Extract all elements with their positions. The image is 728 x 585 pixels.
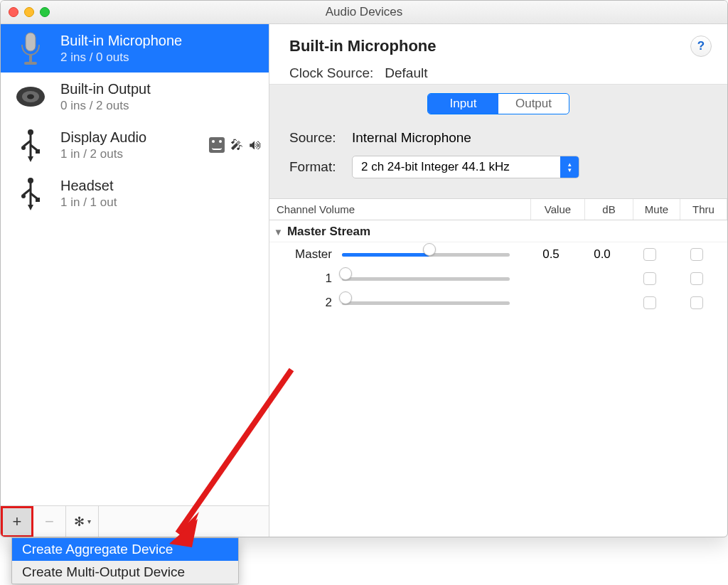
device-io-summary: 1 in / 1 out — [60, 195, 262, 210]
sidebar-toolbar: + − ✻ — [1, 505, 269, 537]
zoom-window-button[interactable] — [40, 7, 50, 17]
col-db[interactable]: dB — [585, 199, 633, 220]
window-body: Built-in Microphone 2 ins / 0 outs Built… — [1, 24, 727, 537]
audio-devices-window: Audio Devices Built-in Microphone — [0, 0, 728, 537]
mute-checkbox[interactable] — [643, 272, 656, 285]
thru-checkbox[interactable] — [690, 272, 703, 285]
channel-label: 1 — [269, 272, 342, 286]
window-traffic-lights — [9, 7, 50, 17]
usb-icon — [11, 173, 50, 213]
mic-glyph-icon: 🎤︎ — [230, 138, 243, 153]
mute-checkbox[interactable] — [643, 248, 656, 261]
svg-rect-0 — [26, 33, 36, 51]
volume-row-1: 1 — [269, 267, 727, 291]
col-channel[interactable]: Channel Volume — [269, 199, 531, 220]
clock-source-label: Clock Source: — [289, 65, 373, 81]
detail-pane: Built-in Microphone ? Clock Source: Defa… — [269, 24, 727, 537]
channel-label: 2 — [269, 296, 342, 310]
volume-slider-master[interactable] — [342, 248, 524, 261]
help-button[interactable]: ? — [690, 36, 712, 57]
menu-item-create-aggregate[interactable]: Create Aggregate Device — [12, 538, 238, 561]
svg-rect-1 — [29, 55, 32, 62]
minimize-window-button[interactable] — [24, 7, 34, 17]
svg-point-10 — [21, 194, 26, 198]
remove-device-button[interactable]: − — [33, 506, 66, 537]
device-name: Headset — [60, 177, 262, 194]
add-device-button[interactable]: + — [1, 506, 33, 537]
format-label: Format: — [289, 159, 352, 175]
svg-rect-11 — [36, 198, 40, 202]
master-stream-row[interactable]: ▼ Master Stream — [269, 220, 727, 242]
volume-db: 0.0 — [578, 247, 626, 262]
volume-slider-1[interactable] — [342, 272, 524, 285]
source-label: Source: — [289, 130, 352, 146]
microphone-icon — [11, 28, 50, 68]
disclosure-triangle-icon[interactable]: ▼ — [274, 227, 283, 237]
device-item-built-in-microphone[interactable]: Built-in Microphone 2 ins / 0 outs — [1, 24, 269, 73]
menu-item-create-multi-output[interactable]: Create Multi-Output Device — [12, 561, 238, 584]
close-window-button[interactable] — [9, 7, 18, 17]
titlebar[interactable]: Audio Devices — [1, 1, 727, 24]
source-value: Internal Microphone — [352, 130, 471, 146]
device-name: Built-in Microphone — [60, 32, 262, 49]
device-item-built-in-output[interactable]: Built-in Output 0 ins / 2 outs — [1, 73, 269, 121]
device-io-summary: 0 ins / 2 outs — [60, 99, 262, 113]
select-arrows-icon — [560, 156, 579, 178]
device-name: Built-in Output — [60, 80, 262, 97]
add-device-menu: Create Aggregate Device Create Multi-Out… — [11, 537, 239, 584]
svg-rect-8 — [36, 149, 40, 154]
volume-slider-2[interactable] — [342, 296, 524, 309]
volume-row-2: 2 — [269, 291, 727, 315]
device-list: Built-in Microphone 2 ins / 0 outs Built… — [1, 24, 269, 505]
device-io-summary: 2 ins / 0 outs — [60, 50, 262, 65]
speaker-icon — [11, 77, 50, 117]
device-name: Display Audio — [60, 129, 199, 146]
detail-title: Built-in Microphone — [289, 37, 710, 55]
mute-checkbox[interactable] — [643, 296, 656, 309]
clock-source-value: Default — [385, 65, 427, 81]
usb-icon — [11, 125, 50, 165]
device-item-headset[interactable]: Headset 1 in / 1 out — [1, 169, 269, 218]
format-value: 2 ch 24-bit Integer 44.1 kHz — [361, 160, 510, 174]
volume-value: 0.5 — [524, 247, 578, 262]
volume-row-master: Master 0.5 0.0 — [269, 242, 727, 267]
tab-output[interactable]: Output — [498, 94, 569, 114]
io-tabs: Input Output — [427, 93, 569, 114]
thru-checkbox[interactable] — [690, 296, 703, 309]
finder-icon — [209, 137, 225, 153]
io-section: Input Output Source: Internal Microphone… — [269, 84, 727, 199]
sound-glyph-icon: 🔊︎ — [249, 138, 262, 153]
col-value[interactable]: Value — [531, 199, 585, 220]
channel-label: Master — [269, 247, 342, 262]
device-io-summary: 1 in / 2 outs — [60, 147, 199, 161]
window-title: Audio Devices — [326, 5, 403, 19]
col-thru[interactable]: Thru — [680, 199, 727, 220]
device-item-display-audio[interactable]: Display Audio 1 in / 2 outs 🎤︎ 🔊︎ — [1, 121, 269, 169]
svg-point-5 — [27, 95, 34, 100]
format-select[interactable]: 2 ch 24-bit Integer 44.1 kHz — [352, 156, 579, 178]
volume-table-header: Channel Volume Value dB Mute Thru — [269, 199, 727, 220]
col-mute[interactable]: Mute — [633, 199, 680, 220]
master-stream-label: Master Stream — [287, 225, 370, 239]
tab-input[interactable]: Input — [428, 94, 498, 114]
thru-checkbox[interactable] — [690, 248, 703, 261]
svg-rect-2 — [24, 62, 37, 65]
actions-menu-button[interactable]: ✻ — [66, 506, 99, 537]
device-status-icons: 🎤︎ 🔊︎ — [209, 137, 262, 153]
gear-icon: ✻ — [74, 514, 85, 530]
svg-point-7 — [21, 146, 26, 150]
device-sidebar: Built-in Microphone 2 ins / 0 outs Built… — [1, 24, 269, 537]
